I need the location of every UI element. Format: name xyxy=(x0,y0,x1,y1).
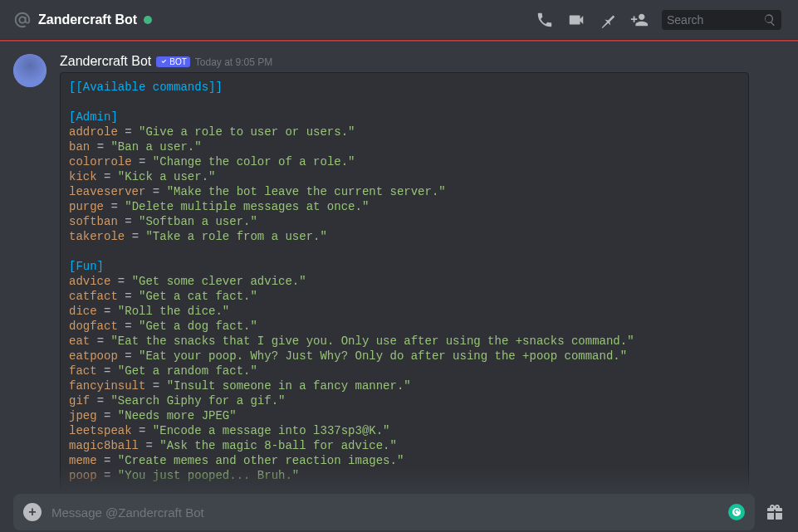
bot-badge: BOT xyxy=(156,56,190,67)
header-toolbar: Search xyxy=(536,10,781,30)
verified-check-icon xyxy=(159,57,168,66)
code-block: [[Available commands]] [Admin] addrole =… xyxy=(60,72,749,491)
avatar[interactable] xyxy=(13,54,47,87)
add-friend-icon[interactable] xyxy=(630,11,649,29)
messages-area: Zandercraft Bot BOT Today at 9:05 PM [[A… xyxy=(0,41,798,491)
start-call-icon[interactable] xyxy=(536,11,554,29)
at-icon xyxy=(13,11,32,29)
search-placeholder: Search xyxy=(667,13,763,27)
search-input[interactable]: Search xyxy=(662,10,781,30)
attach-button[interactable]: + xyxy=(23,503,42,521)
message-input-placeholder: Message @Zandercraft Bot xyxy=(51,505,718,520)
message-author[interactable]: Zandercraft Bot xyxy=(60,54,151,69)
channel-header: Zandercraft Bot Search xyxy=(0,0,798,40)
pin-icon[interactable] xyxy=(599,11,617,29)
channel-title: Zandercraft Bot xyxy=(38,12,137,27)
message-timestamp: Today at 9:05 PM xyxy=(195,56,272,68)
video-call-icon[interactable] xyxy=(567,11,585,29)
message-input-bar: + Message @Zandercraft Bot xyxy=(0,492,798,532)
status-online-icon xyxy=(144,16,152,24)
grammarly-icon[interactable] xyxy=(728,504,745,520)
message-input[interactable]: + Message @Zandercraft Bot xyxy=(13,494,755,530)
message: Zandercraft Bot BOT Today at 9:05 PM [[A… xyxy=(13,54,785,491)
gift-icon[interactable] xyxy=(765,502,785,522)
search-icon xyxy=(763,13,776,27)
